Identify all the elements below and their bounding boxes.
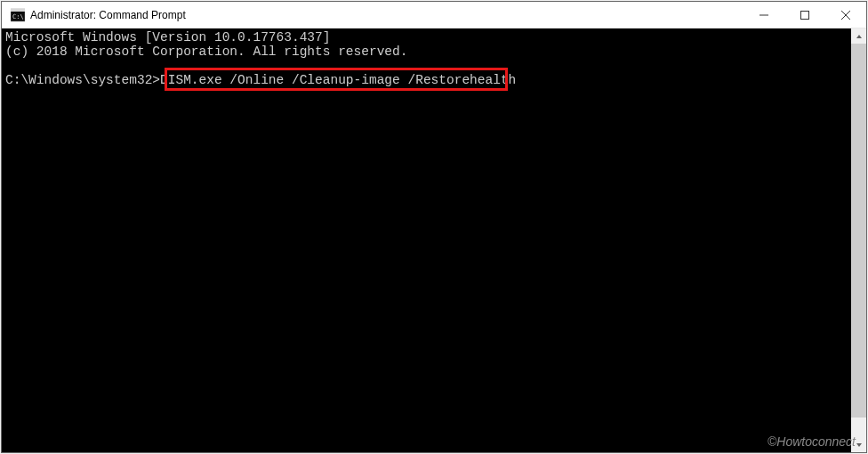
scroll-up-arrow[interactable] (851, 28, 866, 44)
command-prompt-window: C:\ Administrator: Command Prompt Micros… (1, 1, 867, 453)
scroll-down-arrow[interactable] (851, 437, 866, 452)
svg-text:C:\: C:\ (12, 13, 24, 20)
copyright-line: (c) 2018 Microsoft Corporation. All righ… (5, 45, 407, 59)
console-output[interactable]: Microsoft Windows [Version 10.0.17763.43… (2, 28, 851, 452)
svg-rect-1 (11, 9, 25, 12)
minimize-button[interactable] (743, 2, 784, 28)
vertical-scrollbar[interactable] (851, 28, 866, 452)
version-line: Microsoft Windows [Version 10.0.17763.43… (5, 30, 330, 45)
cmd-icon: C:\ (11, 8, 25, 22)
command-text: DISM.exe /Online /Cleanup-image /Restore… (160, 73, 516, 87)
window-title: Administrator: Command Prompt (30, 9, 743, 21)
scrollbar-track[interactable] (851, 44, 866, 437)
close-button[interactable] (825, 2, 866, 28)
prompt-path: C:\Windows\system32> (5, 73, 160, 87)
scrollbar-thumb[interactable] (851, 44, 866, 418)
svg-rect-4 (801, 11, 809, 19)
window-controls (743, 2, 866, 28)
console-area: Microsoft Windows [Version 10.0.17763.43… (2, 28, 866, 452)
titlebar[interactable]: C:\ Administrator: Command Prompt (2, 2, 866, 28)
maximize-button[interactable] (784, 2, 825, 28)
